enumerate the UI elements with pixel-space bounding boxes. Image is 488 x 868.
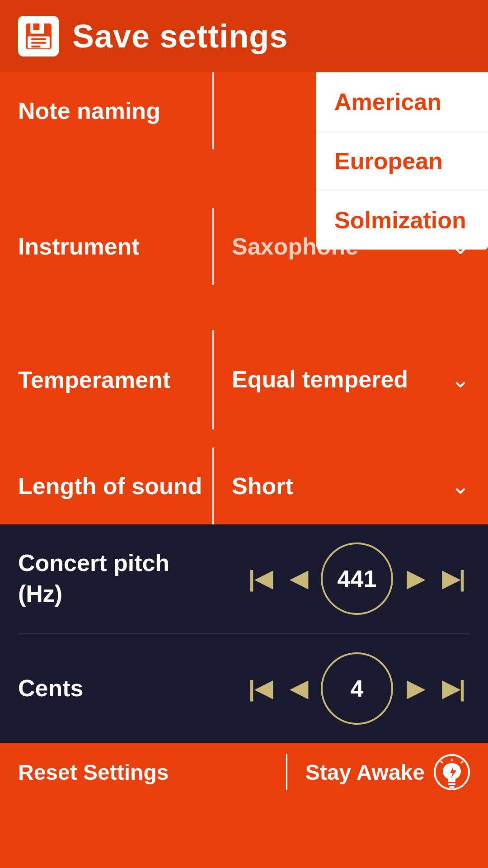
- cents-value: 4: [321, 652, 393, 725]
- footer-divider: [286, 754, 287, 790]
- note-naming-row: Note naming American European Solmizatio…: [0, 72, 488, 149]
- dark-section: Concert pitch (Hz) |◀ ◀ 441 ▶ ▶| Cents |…: [0, 524, 488, 743]
- dropdown-item-american[interactable]: American: [316, 72, 488, 132]
- save-icon: [18, 16, 59, 57]
- instrument-label: Instrument: [18, 233, 212, 260]
- temperament-label: Temperament: [18, 366, 212, 393]
- temperament-chevron[interactable]: ⌄: [451, 367, 470, 393]
- footer: Reset Settings Stay Awake: [0, 743, 488, 802]
- cents-skip-forward[interactable]: ▶|: [437, 671, 470, 706]
- note-naming-dropdown[interactable]: American European Solmization: [316, 72, 488, 250]
- cents-label: Cents: [18, 673, 176, 704]
- bulb-icon: [434, 754, 470, 790]
- temperament-value: Equal tempered: [232, 364, 451, 395]
- note-naming-label: Note naming: [18, 72, 212, 149]
- cents-row: Cents |◀ ◀ 4 ▶ ▶|: [0, 634, 488, 743]
- temperament-divider: [212, 330, 214, 429]
- concert-pitch-skip-forward[interactable]: ▶|: [437, 561, 470, 596]
- stay-awake-button[interactable]: Stay Awake: [305, 754, 470, 790]
- stay-awake-label: Stay Awake: [305, 760, 425, 785]
- length-of-sound-label: Length of sound: [18, 472, 212, 500]
- svg-rect-2: [33, 24, 39, 30]
- dropdown-item-european[interactable]: European: [316, 132, 488, 191]
- svg-line-11: [441, 761, 443, 763]
- note-naming-right: American European Solmization ⌄: [214, 72, 470, 149]
- temperament-row: Temperament Equal tempered ⌄: [0, 330, 488, 429]
- cents-forward[interactable]: ▶: [402, 671, 428, 706]
- svg-rect-9: [449, 786, 455, 788]
- concert-pitch-label: Concert pitch (Hz): [18, 548, 176, 609]
- concert-pitch-forward[interactable]: ▶: [402, 561, 428, 596]
- concert-pitch-row: Concert pitch (Hz) |◀ ◀ 441 ▶ ▶|: [0, 524, 488, 633]
- length-of-sound-divider: [212, 448, 214, 524]
- concert-pitch-skip-back[interactable]: |◀: [244, 561, 277, 596]
- reset-settings-button[interactable]: Reset Settings: [18, 760, 268, 785]
- svg-rect-6: [31, 45, 40, 47]
- svg-line-12: [461, 761, 463, 763]
- concert-pitch-controls: |◀ ◀ 441 ▶ ▶|: [176, 542, 470, 615]
- settings-area: Note naming American European Solmizatio…: [0, 72, 488, 524]
- header: Save settings: [0, 0, 488, 72]
- cents-back[interactable]: ◀: [286, 671, 312, 706]
- instrument-divider: [212, 208, 214, 285]
- concert-pitch-value: 441: [321, 542, 393, 615]
- length-of-sound-row: Length of sound Short ⌄: [0, 448, 488, 524]
- svg-rect-8: [448, 783, 455, 785]
- svg-rect-4: [31, 38, 46, 40]
- dropdown-item-solmization[interactable]: Solmization: [316, 191, 488, 250]
- cents-controls: |◀ ◀ 4 ▶ ▶|: [176, 652, 470, 725]
- cents-skip-back[interactable]: |◀: [244, 671, 277, 706]
- page-title: Save settings: [72, 18, 288, 55]
- length-of-sound-chevron[interactable]: ⌄: [451, 473, 470, 499]
- svg-rect-5: [31, 42, 46, 43]
- length-of-sound-value: Short: [232, 472, 451, 500]
- concert-pitch-back[interactable]: ◀: [286, 561, 312, 596]
